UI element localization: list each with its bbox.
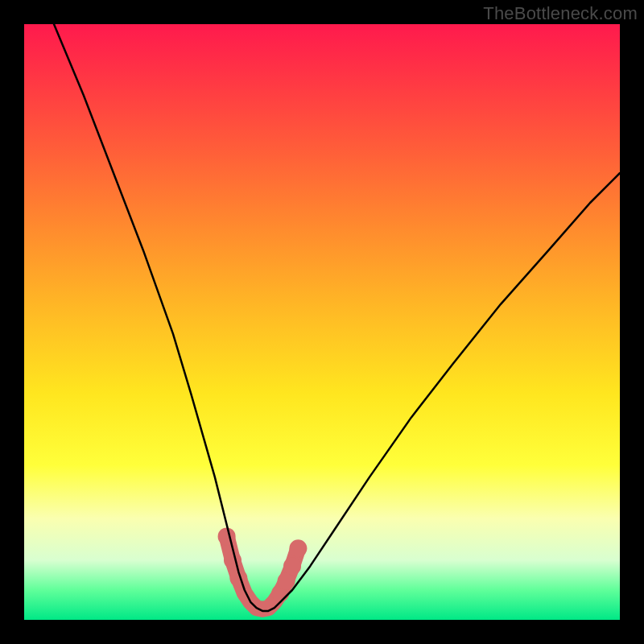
- curve-layer: [24, 24, 620, 620]
- chart-frame: TheBottleneck.com: [0, 0, 644, 644]
- svg-point-1: [224, 551, 242, 569]
- watermark-text: TheBottleneck.com: [483, 3, 638, 24]
- svg-point-5: [283, 557, 301, 575]
- svg-point-0: [218, 527, 236, 545]
- svg-point-6: [289, 539, 307, 557]
- plot-area: [24, 24, 620, 620]
- bottleneck-curve: [54, 24, 620, 611]
